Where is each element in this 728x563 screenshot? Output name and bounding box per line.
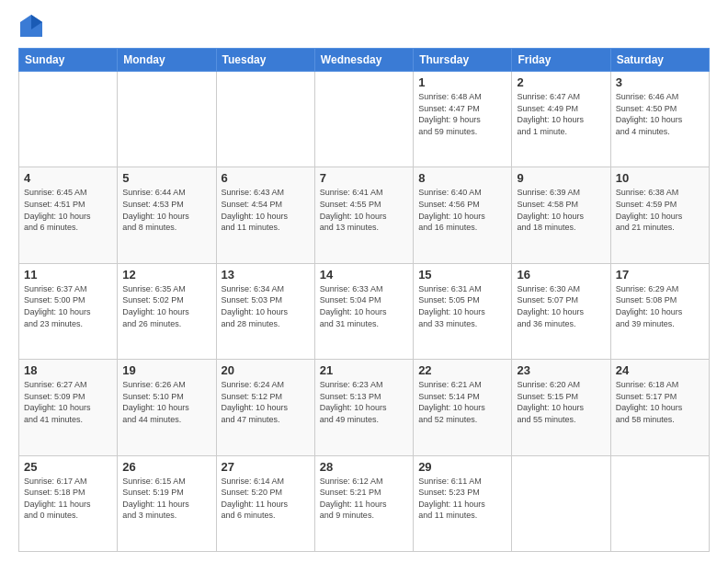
day-number: 10 [616,171,704,185]
calendar-cell: 16Sunrise: 6:30 AM Sunset: 5:07 PM Dayli… [512,263,610,359]
calendar-cell: 9Sunrise: 6:39 AM Sunset: 4:58 PM Daylig… [512,167,610,263]
day-number: 27 [222,460,310,474]
calendar-cell [216,72,314,167]
day-number: 25 [24,460,112,474]
calendar-week: 1Sunrise: 6:48 AM Sunset: 4:47 PM Daylig… [19,72,710,167]
day-number: 18 [24,363,112,377]
day-header: Saturday [610,49,709,72]
day-number: 20 [222,363,310,377]
day-number: 2 [517,75,605,89]
calendar-cell: 18Sunrise: 6:27 AM Sunset: 5:09 PM Dayli… [19,360,118,455]
calendar-cell: 15Sunrise: 6:31 AM Sunset: 5:05 PM Dayli… [414,263,512,359]
day-number: 16 [517,268,605,282]
day-info: Sunrise: 6:47 AM Sunset: 4:49 PM Dayligh… [517,91,605,137]
day-info: Sunrise: 6:46 AM Sunset: 4:50 PM Dayligh… [616,91,704,137]
calendar-cell: 21Sunrise: 6:23 AM Sunset: 5:13 PM Dayli… [314,360,413,455]
day-header: Thursday [414,49,512,72]
day-info: Sunrise: 6:43 AM Sunset: 4:54 PM Dayligh… [222,187,310,233]
day-info: Sunrise: 6:34 AM Sunset: 5:03 PM Dayligh… [222,283,310,329]
day-number: 13 [222,268,310,282]
calendar-cell: 26Sunrise: 6:15 AM Sunset: 5:19 PM Dayli… [118,455,216,551]
day-info: Sunrise: 6:23 AM Sunset: 5:13 PM Dayligh… [320,379,408,425]
calendar-cell: 22Sunrise: 6:21 AM Sunset: 5:14 PM Dayli… [414,360,512,455]
calendar-cell [512,455,610,551]
day-info: Sunrise: 6:31 AM Sunset: 5:05 PM Dayligh… [418,283,506,329]
day-info: Sunrise: 6:27 AM Sunset: 5:09 PM Dayligh… [24,379,112,425]
calendar-week: 25Sunrise: 6:17 AM Sunset: 5:18 PM Dayli… [19,455,710,551]
calendar-cell [314,72,413,167]
day-number: 1 [418,75,506,89]
calendar-cell: 14Sunrise: 6:33 AM Sunset: 5:04 PM Dayli… [314,263,413,359]
day-number: 12 [122,268,210,282]
calendar-week: 18Sunrise: 6:27 AM Sunset: 5:09 PM Dayli… [19,360,710,455]
day-info: Sunrise: 6:21 AM Sunset: 5:14 PM Dayligh… [418,379,506,425]
day-info: Sunrise: 6:40 AM Sunset: 4:56 PM Dayligh… [418,187,506,233]
calendar-cell: 24Sunrise: 6:18 AM Sunset: 5:17 PM Dayli… [610,360,709,455]
day-info: Sunrise: 6:30 AM Sunset: 5:07 PM Dayligh… [517,283,605,329]
header-row: SundayMondayTuesdayWednesdayThursdayFrid… [19,49,710,72]
day-info: Sunrise: 6:38 AM Sunset: 4:59 PM Dayligh… [616,187,704,233]
day-number: 28 [320,460,408,474]
day-number: 6 [222,171,310,185]
day-number: 22 [418,363,506,377]
calendar-cell: 20Sunrise: 6:24 AM Sunset: 5:12 PM Dayli… [216,360,314,455]
day-info: Sunrise: 6:26 AM Sunset: 5:10 PM Dayligh… [122,379,210,425]
calendar: SundayMondayTuesdayWednesdayThursdayFrid… [18,48,710,552]
day-info: Sunrise: 6:33 AM Sunset: 5:04 PM Dayligh… [320,283,408,329]
day-number: 19 [122,363,210,377]
day-info: Sunrise: 6:48 AM Sunset: 4:47 PM Dayligh… [418,91,506,137]
calendar-cell: 5Sunrise: 6:44 AM Sunset: 4:53 PM Daylig… [118,167,216,263]
calendar-cell: 19Sunrise: 6:26 AM Sunset: 5:10 PM Dayli… [118,360,216,455]
day-number: 21 [320,363,408,377]
day-number: 29 [418,460,506,474]
day-info: Sunrise: 6:11 AM Sunset: 5:23 PM Dayligh… [418,476,506,522]
day-info: Sunrise: 6:20 AM Sunset: 5:15 PM Dayligh… [517,379,605,425]
calendar-cell [118,72,216,167]
day-number: 23 [517,363,605,377]
calendar-cell: 11Sunrise: 6:37 AM Sunset: 5:00 PM Dayli… [19,263,118,359]
calendar-cell: 4Sunrise: 6:45 AM Sunset: 4:51 PM Daylig… [19,167,118,263]
calendar-cell: 7Sunrise: 6:41 AM Sunset: 4:55 PM Daylig… [314,167,413,263]
day-info: Sunrise: 6:45 AM Sunset: 4:51 PM Dayligh… [24,187,112,233]
calendar-cell: 13Sunrise: 6:34 AM Sunset: 5:03 PM Dayli… [216,263,314,359]
calendar-cell: 6Sunrise: 6:43 AM Sunset: 4:54 PM Daylig… [216,167,314,263]
day-header: Friday [512,49,610,72]
day-info: Sunrise: 6:37 AM Sunset: 5:00 PM Dayligh… [24,283,112,329]
day-info: Sunrise: 6:41 AM Sunset: 4:55 PM Dayligh… [320,187,408,233]
day-info: Sunrise: 6:35 AM Sunset: 5:02 PM Dayligh… [122,283,210,329]
day-info: Sunrise: 6:15 AM Sunset: 5:19 PM Dayligh… [122,476,210,522]
calendar-week: 4Sunrise: 6:45 AM Sunset: 4:51 PM Daylig… [19,167,710,263]
day-number: 9 [517,171,605,185]
calendar-cell: 8Sunrise: 6:40 AM Sunset: 4:56 PM Daylig… [414,167,512,263]
day-info: Sunrise: 6:18 AM Sunset: 5:17 PM Dayligh… [616,379,704,425]
day-number: 5 [122,171,210,185]
calendar-cell: 29Sunrise: 6:11 AM Sunset: 5:23 PM Dayli… [414,455,512,551]
day-info: Sunrise: 6:39 AM Sunset: 4:58 PM Dayligh… [517,187,605,233]
day-info: Sunrise: 6:29 AM Sunset: 5:08 PM Dayligh… [616,283,704,329]
calendar-cell: 27Sunrise: 6:14 AM Sunset: 5:20 PM Dayli… [216,455,314,551]
day-header: Tuesday [216,49,314,72]
day-number: 15 [418,268,506,282]
calendar-cell [19,72,118,167]
calendar-cell: 3Sunrise: 6:46 AM Sunset: 4:50 PM Daylig… [610,72,709,167]
calendar-cell: 2Sunrise: 6:47 AM Sunset: 4:49 PM Daylig… [512,72,610,167]
day-info: Sunrise: 6:17 AM Sunset: 5:18 PM Dayligh… [24,476,112,522]
day-info: Sunrise: 6:14 AM Sunset: 5:20 PM Dayligh… [222,476,310,522]
day-info: Sunrise: 6:44 AM Sunset: 4:53 PM Dayligh… [122,187,210,233]
day-number: 14 [320,268,408,282]
day-info: Sunrise: 6:24 AM Sunset: 5:12 PM Dayligh… [222,379,310,425]
calendar-cell [610,455,709,551]
logo [18,15,48,40]
page: SundayMondayTuesdayWednesdayThursdayFrid… [0,0,728,563]
header [18,15,710,40]
day-number: 26 [122,460,210,474]
calendar-cell: 17Sunrise: 6:29 AM Sunset: 5:08 PM Dayli… [610,263,709,359]
day-header: Wednesday [314,49,413,72]
day-header: Monday [118,49,216,72]
calendar-cell: 12Sunrise: 6:35 AM Sunset: 5:02 PM Dayli… [118,263,216,359]
logo-icon [18,13,44,39]
day-header: Sunday [19,49,118,72]
day-number: 11 [24,268,112,282]
calendar-cell: 23Sunrise: 6:20 AM Sunset: 5:15 PM Dayli… [512,360,610,455]
day-number: 17 [616,268,704,282]
